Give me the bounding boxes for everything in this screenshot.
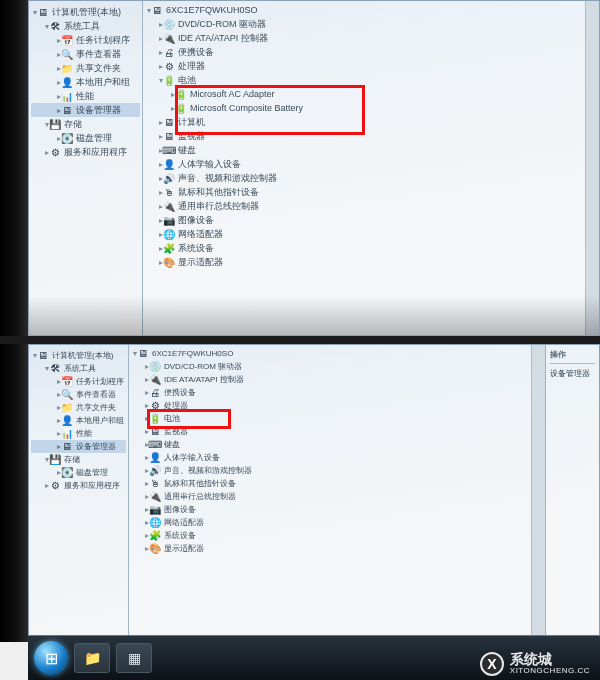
tree-item[interactable]: 🔍事件查看器: [31, 47, 140, 61]
tree-item[interactable]: 📅任务计划程序: [31, 33, 140, 47]
tree-item[interactable]: 🔌IDE ATA/ATAPI 控制器: [145, 31, 597, 45]
tree-root[interactable]: 🖥计算机管理(本地): [31, 349, 126, 362]
tree-item-label: 磁盘管理: [76, 132, 112, 145]
tree-item[interactable]: 🖥设备管理器: [31, 440, 126, 453]
tree-item[interactable]: 👤人体学输入设备: [131, 451, 543, 464]
tree-item[interactable]: 🛠系统工具: [31, 362, 126, 375]
tree-item-icon: 👤: [61, 415, 73, 427]
tree-item[interactable]: 🔌通用串行总线控制器: [145, 199, 597, 213]
tree-item[interactable]: 👤本地用户和组: [31, 75, 140, 89]
tree-item-icon: 📅: [61, 376, 73, 388]
tree-item-icon: ⌨: [163, 144, 175, 156]
mmc-left-tree[interactable]: 🖥计算机管理(本地) 🛠系统工具📅任务计划程序🔍事件查看器📁共享文件夹👤本地用户…: [29, 345, 129, 635]
tree-item[interactable]: 📊性能: [31, 89, 140, 103]
tree-item[interactable]: 🖨便携设备: [145, 45, 597, 59]
tree-item[interactable]: 🎨显示适配器: [145, 255, 597, 269]
tree-item[interactable]: 🔊声音、视频和游戏控制器: [145, 171, 597, 185]
tree-item[interactable]: 🧩系统设备: [131, 529, 543, 542]
monitor-bezel: [0, 344, 28, 642]
tree-item-label: DVD/CD-ROM 驱动器: [178, 18, 266, 31]
watermark: X 系统城 XITONGCHENG.CC: [480, 652, 590, 676]
tree-item[interactable]: 👤本地用户和组: [31, 414, 126, 427]
vertical-scrollbar[interactable]: [531, 345, 545, 635]
tree-item-icon: 🖥: [61, 104, 73, 116]
tree-item-icon: 🔋: [163, 74, 175, 86]
tree-item-icon: 🖥: [163, 130, 175, 142]
tree-item-label: 鼠标和其他指针设备: [164, 478, 236, 489]
tree-item[interactable]: 🖥设备管理器: [31, 103, 140, 117]
tree-item[interactable]: 📅任务计划程序: [31, 375, 126, 388]
actions-item[interactable]: 设备管理器: [550, 368, 595, 379]
tree-item-label: 人体学输入设备: [164, 452, 220, 463]
tree-item-label: 性能: [76, 90, 94, 103]
tree-item-label: 任务计划程序: [76, 34, 130, 47]
tree-item-icon: 💽: [61, 132, 73, 144]
tree-item[interactable]: ⌨键盘: [145, 143, 597, 157]
computer-icon: 🖥: [151, 4, 163, 16]
start-button[interactable]: ⊞: [34, 641, 68, 675]
taskbar-item-explorer[interactable]: 📁: [74, 643, 110, 673]
tree-item-icon: 📊: [61, 90, 73, 102]
tree-item[interactable]: 🔌IDE ATA/ATAPI 控制器: [131, 373, 543, 386]
tree-item[interactable]: 🖨便携设备: [131, 386, 543, 399]
tree-item[interactable]: ⚙服务和应用程序: [31, 145, 140, 159]
tree-item[interactable]: 👤人体学输入设备: [145, 157, 597, 171]
tree-item-label: 系统设备: [164, 530, 196, 541]
tree-item-label: 服务和应用程序: [64, 480, 120, 491]
tree-item-icon: 🛠: [49, 363, 61, 375]
tree-item-label: 鼠标和其他指针设备: [178, 186, 259, 199]
tree-item-label: 显示适配器: [178, 256, 223, 269]
tree-item[interactable]: 🔌通用串行总线控制器: [131, 490, 543, 503]
tree-item-label: 系统设备: [178, 242, 214, 255]
tree-item-icon: ⚙: [163, 60, 175, 72]
tree-item-label: 便携设备: [178, 46, 214, 59]
tree-item-label: 图像设备: [178, 214, 214, 227]
tree-item-label: 网络适配器: [164, 517, 204, 528]
device-manager-tree[interactable]: 🖥6XC1E7FQWKUH0SO 💿DVD/CD-ROM 驱动器🔌IDE ATA…: [129, 345, 545, 635]
red-callout-box: [147, 409, 231, 429]
tree-item[interactable]: 💾存储: [31, 453, 126, 466]
tree-item-label: 共享文件夹: [76, 62, 121, 75]
tree-item-icon: 🔍: [61, 389, 73, 401]
device-root[interactable]: 🖥6XC1E7FQWKUH0SO: [145, 3, 597, 17]
tree-item-icon: 🔌: [163, 32, 175, 44]
taskbar-item-app[interactable]: ▦: [116, 643, 152, 673]
tree-item[interactable]: 🛠系统工具: [31, 19, 140, 33]
device-manager-tree[interactable]: 🖥6XC1E7FQWKUH0SO 💿DVD/CD-ROM 驱动器🔌IDE ATA…: [143, 1, 599, 335]
tree-item-icon: ⚙: [49, 146, 61, 158]
tree-item[interactable]: 💿DVD/CD-ROM 驱动器: [145, 17, 597, 31]
tree-root[interactable]: 🖥计算机管理(本地): [31, 5, 140, 19]
tree-item-label: IDE ATA/ATAPI 控制器: [164, 374, 244, 385]
tree-item[interactable]: 🖱鼠标和其他指针设备: [145, 185, 597, 199]
tree-item[interactable]: ⌨键盘: [131, 438, 543, 451]
tree-item-label: 磁盘管理: [76, 467, 108, 478]
tree-item-icon: 📷: [163, 214, 175, 226]
tree-item-icon: 📊: [61, 428, 73, 440]
tree-item-label: 网络适配器: [178, 228, 223, 241]
tree-item[interactable]: 🧩系统设备: [145, 241, 597, 255]
tree-item[interactable]: 🌐网络适配器: [131, 516, 543, 529]
device-root[interactable]: 🖥6XC1E7FQWKUH0SO: [131, 347, 543, 360]
tree-item[interactable]: ⚙处理器: [145, 59, 597, 73]
tree-item[interactable]: 📊性能: [31, 427, 126, 440]
tree-item[interactable]: 💽磁盘管理: [31, 131, 140, 145]
tree-item[interactable]: 📷图像设备: [131, 503, 543, 516]
screenshot-top: 🖥计算机管理(本地) 🛠系统工具📅任务计划程序🔍事件查看器📁共享文件夹👤本地用户…: [0, 0, 600, 336]
tree-item[interactable]: 🌐网络适配器: [145, 227, 597, 241]
tree-item[interactable]: 🔊声音、视频和游戏控制器: [131, 464, 543, 477]
tree-item[interactable]: 📁共享文件夹: [31, 401, 126, 414]
actions-pane: 操作 设备管理器: [545, 345, 599, 635]
tree-item[interactable]: 📷图像设备: [145, 213, 597, 227]
mmc-left-tree[interactable]: 🖥计算机管理(本地) 🛠系统工具📅任务计划程序🔍事件查看器📁共享文件夹👤本地用户…: [29, 1, 143, 335]
tree-item[interactable]: 🎨显示适配器: [131, 542, 543, 555]
tree-item[interactable]: ⚙服务和应用程序: [31, 479, 126, 492]
watermark-url: XITONGCHENG.CC: [510, 667, 590, 675]
tree-item[interactable]: 💿DVD/CD-ROM 驱动器: [131, 360, 543, 373]
tree-item[interactable]: 💽磁盘管理: [31, 466, 126, 479]
tree-item[interactable]: 📁共享文件夹: [31, 61, 140, 75]
tree-item[interactable]: 🖱鼠标和其他指针设备: [131, 477, 543, 490]
tree-item[interactable]: 💾存储: [31, 117, 140, 131]
tree-item-icon: 🎨: [163, 256, 175, 268]
tree-item[interactable]: 🔍事件查看器: [31, 388, 126, 401]
vertical-scrollbar[interactable]: [585, 1, 599, 335]
